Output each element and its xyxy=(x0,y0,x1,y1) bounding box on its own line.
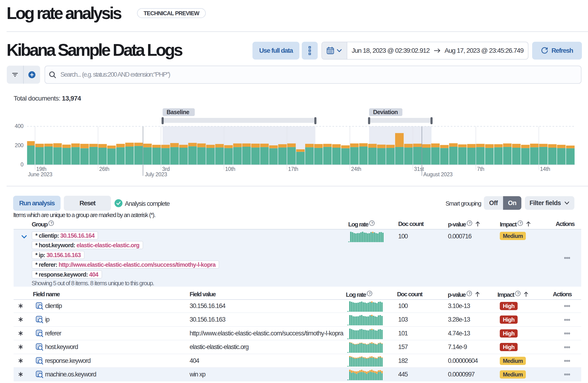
svg-text:?: ? xyxy=(50,221,53,225)
svg-text:?: ? xyxy=(371,221,373,225)
svg-text:August 2023: August 2023 xyxy=(423,171,453,177)
svg-text:June 2023: June 2023 xyxy=(28,171,52,177)
svg-text:26th: 26th xyxy=(99,166,109,172)
svg-text:14th: 14th xyxy=(540,166,550,172)
svg-text:200: 200 xyxy=(15,142,23,148)
svg-text:31st: 31st xyxy=(414,166,424,172)
svg-text:?: ? xyxy=(469,221,471,225)
svg-text:7th: 7th xyxy=(477,166,484,172)
svg-text:?: ? xyxy=(517,291,519,295)
svg-text:Deviation: Deviation xyxy=(373,109,398,115)
svg-text:?: ? xyxy=(519,221,521,225)
svg-text:17th: 17th xyxy=(288,166,298,172)
svg-text:?: ? xyxy=(369,291,371,295)
svg-text:10th: 10th xyxy=(225,166,235,172)
svg-text:July 2023: July 2023 xyxy=(145,171,167,177)
svg-text:Baseline: Baseline xyxy=(167,109,189,115)
svg-text:400: 400 xyxy=(15,123,23,129)
svg-text:?: ? xyxy=(468,291,470,295)
svg-text:0: 0 xyxy=(21,161,23,168)
svg-text:24th: 24th xyxy=(351,166,361,172)
